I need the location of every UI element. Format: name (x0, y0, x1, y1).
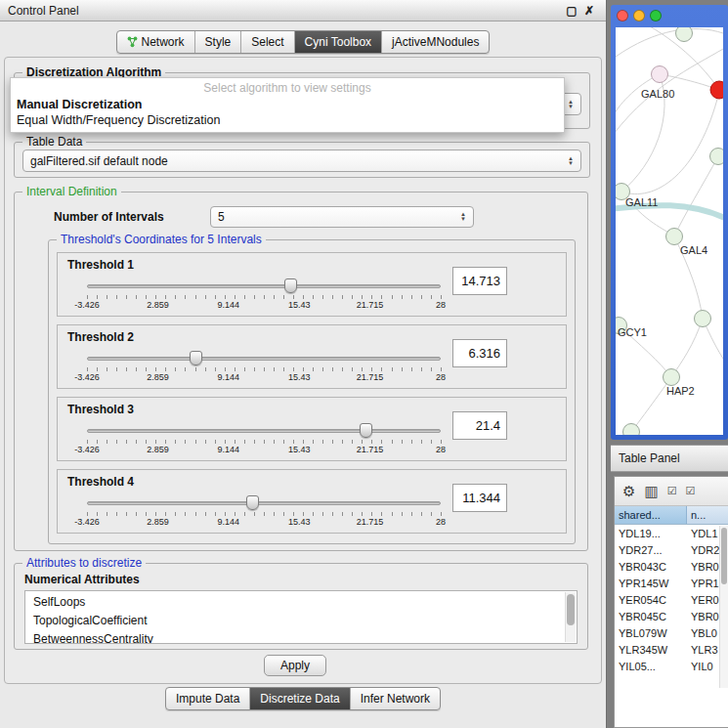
gear-icon[interactable]: ⚙ (622, 484, 635, 498)
bottom-tab-group: Impute Data Discretize Data Infer Networ… (165, 687, 441, 710)
table-row[interactable]: YDR27... YDR2 (615, 541, 728, 558)
scale-label: 21.715 (350, 517, 391, 527)
node-label: HAP2 (666, 385, 695, 397)
number-of-intervals-combobox[interactable]: 5 ▲ ▼ (210, 206, 474, 228)
tab-discretize-data[interactable]: Discretize Data (250, 688, 350, 709)
scale-label: 15.43 (278, 300, 320, 310)
threshold-label: Threshold 4 (67, 475, 134, 489)
table-row[interactable]: YIL05... YIL0 (615, 658, 728, 674)
slider-track[interactable] (87, 501, 441, 505)
network-node[interactable] (676, 27, 693, 42)
column-header-name[interactable]: n... (687, 506, 728, 524)
algorithm-popup: Select algorithm to view settings Manual… (10, 77, 565, 133)
scale-label: 15.43 (278, 445, 320, 454)
numerical-attributes-label: Numerical Attributes (24, 573, 140, 586)
columns-icon[interactable]: ▥ (644, 484, 658, 498)
scale-label: -3.426 (66, 517, 107, 527)
cell-shared-name: YER054C (615, 594, 687, 606)
slider-thumb[interactable] (246, 495, 259, 510)
highlighted-node[interactable] (710, 81, 723, 99)
scale-label: 28 (420, 445, 461, 454)
slider-thumb[interactable] (190, 351, 202, 365)
tab-impute-data[interactable]: Impute Data (166, 688, 250, 709)
table-row[interactable]: YER054C YER0 (615, 591, 728, 608)
cell-shared-name: YBR045C (615, 611, 687, 622)
attribute-item[interactable]: SelfLoops (25, 593, 577, 612)
tab-network[interactable]: Network (117, 31, 195, 53)
threshold-value-field[interactable]: 6.316 (452, 339, 507, 367)
slider-thumb[interactable] (360, 423, 372, 438)
column-header-shared-name[interactable]: shared... (615, 506, 687, 524)
network-node[interactable] (666, 229, 683, 245)
select-columns-checkbox-icon[interactable]: ☑ (667, 486, 677, 496)
table-row[interactable]: YDL19... YDL1 (615, 525, 728, 541)
table-data-combobox[interactable]: galFiltered.sif default node ▲ ▼ (22, 150, 581, 172)
network-zoom-button[interactable] (650, 10, 662, 21)
scale-label: 2.859 (137, 300, 178, 310)
popup-hint: Select algorithm to view settings (11, 78, 564, 97)
threshold-value-field[interactable]: 11.344 (452, 484, 507, 512)
network-node[interactable] (623, 424, 640, 436)
table-row[interactable]: YPR145W YPR1 (615, 575, 728, 591)
combobox-stepper-icon: ▲ ▼ (562, 156, 574, 166)
popup-option-equal-width-frequency[interactable]: Equal Width/Frequency Discretization (11, 112, 564, 132)
network-view-window: GAL80 GAL11 GAL4 GCY1 HAP2 (611, 5, 728, 440)
slider-track[interactable] (87, 429, 441, 433)
number-of-intervals-value: 5 (218, 210, 225, 224)
network-close-button[interactable] (617, 10, 628, 21)
app: Control Panel ▢ ✗ Network Style Select (0, 0, 728, 728)
tab-label: Impute Data (176, 692, 239, 706)
attribute-item[interactable]: BetweennessCentrality (25, 630, 577, 644)
slider-scale: -3.4262.8599.14415.4321.71528 (66, 445, 461, 454)
thresholds-group: Threshold's Coordinates for 5 Intervals … (48, 239, 576, 544)
network-canvas[interactable]: GAL80 GAL11 GAL4 GCY1 HAP2 (616, 27, 723, 435)
threshold-value-field[interactable]: 21.4 (452, 411, 507, 440)
threshold-slider[interactable] (87, 423, 441, 439)
table-panel-title: Table Panel (619, 451, 680, 465)
scale-label: 28 (420, 517, 461, 527)
stepper-down-icon: ▼ (460, 217, 466, 222)
tab-group: Network Style Select Cyni Toolbox jActiv… (116, 30, 491, 54)
popup-option-manual-discretization[interactable]: Manual Discretization (11, 97, 564, 112)
threshold-value-field[interactable]: 14.713 (452, 267, 507, 295)
table-row[interactable]: YBL079W YBL0 (615, 624, 728, 641)
threshold-slider[interactable] (87, 351, 441, 366)
network-node[interactable] (664, 369, 680, 386)
table-scrollbar[interactable] (719, 526, 728, 688)
slider-track[interactable] (87, 357, 441, 361)
table-row[interactable]: YLR345W YLR3 (615, 641, 728, 658)
close-window-button[interactable]: ✗ (580, 4, 598, 18)
float-window-button[interactable]: ▢ (563, 4, 580, 18)
control-panel-title: Control Panel (8, 4, 79, 18)
scale-label: 15.43 (278, 372, 320, 382)
threshold-slider[interactable] (87, 278, 441, 294)
cell-shared-name: YDR27... (615, 544, 687, 556)
attributes-group-title: Attributes to discretize (22, 556, 146, 570)
apply-button[interactable]: Apply (264, 655, 326, 676)
list-scrollbar-thumb[interactable] (567, 594, 575, 625)
cell-shared-name: YDL19... (615, 528, 687, 539)
network-node[interactable] (695, 311, 711, 327)
tab-infer-network[interactable]: Infer Network (351, 688, 440, 709)
node-label: GAL80 (641, 88, 674, 100)
list-scrollbar[interactable] (565, 592, 576, 642)
tab-cyni-toolbox[interactable]: Cyni Toolbox (295, 31, 382, 53)
network-node[interactable] (652, 66, 668, 83)
table-row[interactable]: YBR043C YBR0 (615, 558, 728, 575)
network-node[interactable] (710, 149, 724, 165)
tab-select[interactable]: Select (241, 31, 294, 53)
scale-label: 21.715 (350, 445, 391, 454)
attribute-item[interactable]: TopologicalCoefficient (25, 612, 577, 630)
slider-ticks (87, 512, 442, 516)
table-scrollbar-thumb[interactable] (721, 528, 727, 584)
tab-jactivemnodules[interactable]: jActiveMNodules (382, 31, 489, 53)
threshold-slider[interactable] (87, 495, 441, 511)
table-row[interactable]: YBR045C YBR0 (615, 608, 728, 624)
slider-track[interactable] (87, 284, 441, 288)
thresholds-list: Threshold 1 -3.4262.8599.14415.4321.7152… (49, 240, 575, 543)
slider-thumb[interactable] (284, 278, 297, 293)
select-rows-checkbox-icon[interactable]: ☑ (686, 486, 696, 496)
tab-style[interactable]: Style (195, 31, 242, 53)
network-minimize-button[interactable] (633, 10, 645, 21)
attributes-group: Attributes to discretize Numerical Attri… (14, 563, 588, 650)
